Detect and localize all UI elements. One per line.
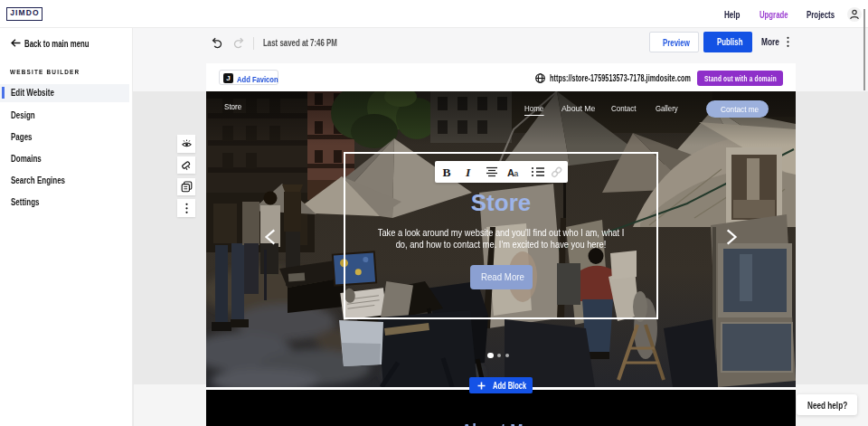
svg-text:I: I [465, 166, 471, 179]
svg-text:a: a [514, 169, 519, 178]
svg-text:B: B [443, 166, 451, 179]
